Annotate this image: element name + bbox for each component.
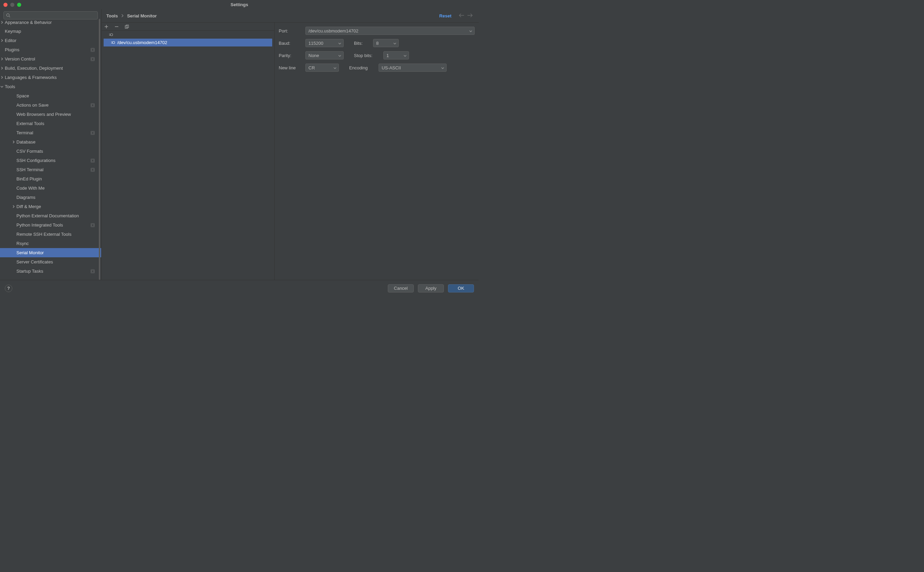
list-toolbar bbox=[101, 23, 274, 31]
nav-item-csv-formats[interactable]: CSV Formats bbox=[0, 146, 101, 156]
settings-main: Tools Serial Monitor Reset bbox=[101, 9, 479, 280]
close-window-button[interactable] bbox=[3, 3, 8, 7]
nav-item-bined-plugin[interactable]: BinEd Plugin bbox=[0, 174, 101, 183]
chevron-right-icon bbox=[11, 140, 16, 145]
nav-item-database[interactable]: Database bbox=[0, 137, 101, 146]
chevron-right-icon bbox=[0, 75, 4, 80]
nav-label: Tools bbox=[5, 84, 101, 89]
project-badge-icon bbox=[90, 168, 95, 172]
back-icon[interactable] bbox=[459, 13, 464, 19]
nav-label: Version Control bbox=[5, 56, 90, 62]
nav-item-startup-tasks[interactable]: Startup Tasks bbox=[0, 267, 101, 276]
nav-label: Languages & Frameworks bbox=[5, 75, 101, 80]
minimize-window-button[interactable] bbox=[10, 3, 14, 7]
chevron-right-icon bbox=[0, 38, 4, 43]
nav-item-python-integrated-tools[interactable]: Python Integrated Tools bbox=[0, 221, 101, 230]
nav-item-appearance-behavior[interactable]: Appearance & Behavior bbox=[0, 19, 101, 26]
footer: ? Cancel Apply OK bbox=[0, 280, 479, 296]
settings-nav[interactable]: Appearance & BehaviorKeymapEditorPlugins… bbox=[0, 19, 101, 280]
nav-item-actions-on-save[interactable]: Actions on Save bbox=[0, 101, 101, 110]
nav-item-serial-monitor[interactable]: Serial Monitor bbox=[0, 248, 101, 257]
forward-icon[interactable] bbox=[467, 13, 473, 19]
maximize-window-button[interactable] bbox=[17, 3, 21, 7]
apply-button[interactable]: Apply bbox=[418, 284, 444, 292]
nav-item-python-external-documentation[interactable]: Python External Documentation bbox=[0, 211, 101, 221]
port-select[interactable]: /dev/cu.usbmodem14702 bbox=[305, 26, 475, 35]
nav-item-server-certificates[interactable]: Server Certificates bbox=[0, 257, 101, 267]
nav-item-ssh-configurations[interactable]: SSH Configurations bbox=[0, 156, 101, 165]
nav-label: Rsync bbox=[16, 241, 101, 246]
port-label: Port: bbox=[279, 28, 299, 34]
bits-select[interactable]: 8 bbox=[373, 39, 399, 47]
stopbits-value: 1 bbox=[386, 53, 389, 58]
nav-label: Diff & Merge bbox=[16, 204, 101, 209]
settings-sidebar: Appearance & BehaviorKeymapEditorPlugins… bbox=[0, 9, 101, 280]
chevron-down-icon bbox=[333, 65, 337, 70]
nav-label: CSV Formats bbox=[16, 149, 101, 154]
nav-item-keymap[interactable]: Keymap bbox=[0, 26, 101, 36]
nav-label: Editor bbox=[5, 38, 101, 43]
nav-label: SSH Configurations bbox=[16, 158, 90, 163]
nav-item-ssh-terminal[interactable]: SSH Terminal bbox=[0, 165, 101, 174]
nav-label: Actions on Save bbox=[16, 103, 90, 108]
nav-item-version-control[interactable]: Version Control bbox=[0, 54, 101, 64]
plug-icon bbox=[111, 40, 115, 45]
project-badge-icon bbox=[90, 269, 95, 274]
chevron-down-icon bbox=[469, 28, 472, 34]
breadcrumb: Tools Serial Monitor bbox=[106, 13, 157, 19]
baud-select[interactable]: 115200 bbox=[305, 39, 344, 47]
nav-item-diagrams[interactable]: Diagrams bbox=[0, 193, 101, 202]
nav-label: BinEd Plugin bbox=[16, 176, 101, 182]
nav-item-languages-frameworks[interactable]: Languages & Frameworks bbox=[0, 73, 101, 82]
nav-item-rsync[interactable]: Rsync bbox=[0, 239, 101, 248]
nav-item-plugins[interactable]: Plugins bbox=[0, 45, 101, 54]
nav-label: Remote SSH External Tools bbox=[16, 232, 101, 237]
nav-item-external-tools[interactable]: External Tools bbox=[0, 119, 101, 128]
settings-form: Port: /dev/cu.usbmodem14702 Baud: 1152 bbox=[274, 23, 479, 280]
nav-item-build-execution-deployment[interactable]: Build, Execution, Deployment bbox=[0, 64, 101, 73]
svg-rect-15 bbox=[92, 224, 94, 226]
profile-label: /dev/cu.usbmodem14702 bbox=[117, 40, 167, 45]
cancel-button[interactable]: Cancel bbox=[388, 284, 414, 292]
nav-item-remote-ssh-external-tools[interactable]: Remote SSH External Tools bbox=[0, 230, 101, 239]
port-value: /dev/cu.usbmodem14702 bbox=[309, 28, 358, 34]
nav-item-code-with-me[interactable]: Code With Me bbox=[0, 183, 101, 193]
nav-item-web-browsers-and-preview[interactable]: Web Browsers and Preview bbox=[0, 110, 101, 119]
help-button[interactable]: ? bbox=[5, 284, 12, 292]
nav-label: Keymap bbox=[5, 29, 101, 34]
add-button[interactable] bbox=[104, 24, 109, 30]
svg-point-0 bbox=[6, 14, 9, 16]
ok-button[interactable]: OK bbox=[448, 284, 474, 292]
chevron-down-icon bbox=[338, 40, 341, 46]
svg-point-26 bbox=[112, 41, 115, 44]
parity-select[interactable]: None bbox=[305, 51, 344, 59]
copy-button[interactable] bbox=[124, 24, 129, 30]
nav-label: Database bbox=[16, 140, 101, 145]
nav-item-space[interactable]: Space bbox=[0, 91, 101, 101]
nav-label: Diagrams bbox=[16, 195, 101, 200]
profile-row[interactable]: /dev/cu.usbmodem14702 bbox=[104, 39, 272, 47]
encoding-select[interactable]: US-ASCII bbox=[379, 64, 447, 72]
nav-label: Space bbox=[16, 93, 101, 98]
project-badge-icon bbox=[90, 223, 95, 228]
reset-link[interactable]: Reset bbox=[439, 13, 451, 19]
nav-item-terminal[interactable]: Terminal bbox=[0, 128, 101, 137]
chevron-down-icon bbox=[393, 40, 396, 46]
stopbits-select[interactable]: 1 bbox=[383, 51, 409, 59]
newline-select[interactable]: CR bbox=[305, 64, 339, 72]
nav-item-editor[interactable]: Editor bbox=[0, 36, 101, 45]
encoding-label: Encoding bbox=[349, 65, 372, 70]
profile-list[interactable]: /dev/cu.usbmodem14702 bbox=[101, 31, 274, 280]
newline-label: New line bbox=[279, 65, 299, 70]
nav-label: Startup Tasks bbox=[16, 269, 90, 274]
nav-item-diff-merge[interactable]: Diff & Merge bbox=[0, 202, 101, 211]
chevron-right-icon bbox=[0, 20, 4, 25]
nav-label: Server Certificates bbox=[16, 260, 101, 264]
newline-value: CR bbox=[309, 65, 315, 70]
svg-rect-3 bbox=[92, 49, 94, 51]
search-input[interactable] bbox=[3, 11, 98, 19]
nav-item-tools[interactable]: Tools bbox=[0, 82, 101, 91]
profile-row[interactable] bbox=[101, 31, 274, 39]
remove-button[interactable] bbox=[114, 24, 119, 30]
nav-label: Plugins bbox=[5, 47, 90, 52]
